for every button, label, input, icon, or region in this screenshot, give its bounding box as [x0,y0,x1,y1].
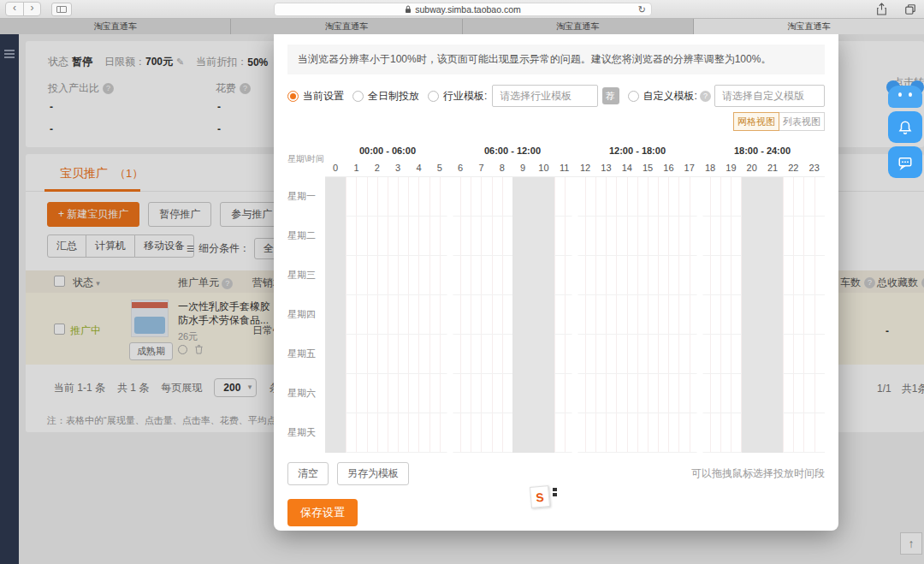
browser-tab[interactable]: 淘宝直通车 [462,19,693,34]
forward-icon[interactable]: › [23,3,40,15]
mascot-icon[interactable] [886,80,924,108]
extension-icon[interactable]: S [530,485,550,508]
hour-label: 16 [658,159,678,176]
grid-view-button[interactable]: 网格视图 [733,112,779,131]
url-text: subway.simba.taobao.com [415,4,521,15]
hour-label: 10 [533,159,554,176]
hour-label: 19 [720,159,741,176]
time-segment-row: 00:00 - 06:0006:00 - 12:0012:00 - 18:001… [325,142,825,159]
save-as-template-button[interactable]: 另存为模板 [337,462,409,485]
hour-label: 4 [408,159,429,176]
browser-chrome: ‹ › subway.simba.taobao.com ↻ [0,0,924,19]
hour-label: 9 [512,159,533,176]
day-label-column: 星期一星期二星期三星期四星期五星期六星期天 [287,176,325,453]
lock-icon [405,5,412,14]
industry-template-select[interactable]: 请选择行业模板 [492,85,597,107]
save-settings-button[interactable]: 保存设置 [287,499,358,526]
selected-time-column[interactable] [742,177,784,453]
share-icon[interactable] [874,2,889,16]
browser-tab[interactable]: 淘宝直通车 [693,19,924,34]
bell-icon [897,120,913,135]
chat-icon [897,155,913,170]
radio-custom-template[interactable] [628,91,639,102]
selected-time-column[interactable] [325,177,346,453]
hour-label: 14 [617,159,637,176]
hour-label: 11 [554,159,575,176]
tabs-overview-icon[interactable] [903,2,917,16]
hour-label: 2 [367,159,388,176]
recommend-badge-icon[interactable]: 荐 [602,87,619,104]
tab-bar: 淘宝直通车淘宝直通车淘宝直通车淘宝直通车 [0,19,924,34]
chat-button[interactable] [888,146,922,178]
custom-template-select[interactable]: 请选择自定义模版 [714,85,825,107]
radio-fulltime-label: 全日制投放 [368,89,419,104]
notification-bell-button[interactable] [888,111,922,143]
hour-label: 1 [346,159,366,176]
time-schedule-grid: 星期\时间 00:00 - 06:0006:00 - 12:0012:00 - … [287,142,825,453]
service-widget [886,80,924,178]
sidebar-toggle-icon[interactable] [51,3,72,16]
day-label: 星期五 [287,334,325,373]
template-options: 当前设置 全日制投放 行业模板: 请选择行业模板 荐 自定义模板: ? 请选择自… [287,85,825,107]
day-label: 星期天 [287,413,325,452]
time-segment-label: 00:00 - 06:00 [325,142,450,159]
industry-template-label: 行业模板: [443,89,487,104]
hour-header-row: 01234567891011121314151617181920212223 [325,159,825,176]
help-icon[interactable]: ? [700,91,711,102]
hour-label: 22 [783,159,803,176]
list-view-button[interactable]: 列表视图 [779,112,825,131]
hour-label: 20 [742,159,762,176]
day-label: 星期二 [287,216,325,255]
segment-gap [697,177,703,453]
hour-label: 13 [595,159,616,176]
time-segment-label: 12:00 - 18:00 [575,142,700,159]
hour-label: 6 [450,159,471,176]
schedule-settings-modal: 当浏览器分辨率小于100%时，该页面可能出现显示异常的问题。建议您将浏览器的分辨… [274,34,838,531]
address-bar[interactable]: subway.simba.taobao.com ↻ [274,3,652,16]
selected-time-column[interactable] [512,177,554,453]
resolution-warning: 当浏览器分辨率小于100%时，该页面可能出现显示异常的问题。建议您将浏览器的分辨… [287,45,825,74]
day-label: 星期四 [287,294,325,334]
drag-hint: 可以拖拽鼠标选择投放时间段 [691,466,825,481]
day-label: 星期三 [287,255,325,294]
hour-label: 8 [492,159,512,176]
hour-label: 3 [388,159,408,176]
grid-corner-label: 星期\时间 [287,142,325,176]
day-label: 星期六 [287,373,325,413]
radio-current-label: 当前设置 [303,89,344,104]
browser-tab[interactable]: 淘宝直通车 [230,19,461,34]
hour-label: 15 [637,159,658,176]
time-segment-label: 18:00 - 24:00 [700,142,825,159]
hour-label: 23 [804,159,825,176]
hour-label: 7 [471,159,491,176]
back-icon[interactable]: ‹ [6,3,23,15]
segment-gap [572,177,578,453]
day-label: 星期一 [287,176,325,216]
segment-gap [447,177,453,453]
reload-icon[interactable]: ↻ [638,4,646,15]
extension-handle-icon[interactable] [553,488,558,498]
hour-label: 17 [679,159,700,176]
nav-buttons: ‹ › [5,2,41,16]
sidebar-pane-glyph [56,6,67,13]
clear-button[interactable]: 清空 [287,462,329,485]
radio-industry-template[interactable] [428,91,439,102]
hour-label: 5 [429,159,450,176]
custom-template-label: 自定义模板: [643,89,697,104]
time-segment-label: 06:00 - 12:00 [450,142,575,159]
schedule-cells[interactable] [325,176,825,453]
hour-label: 18 [700,159,720,176]
view-toggle: 网格视图 列表视图 [287,112,825,131]
radio-fulltime[interactable] [352,91,364,102]
hour-label: 12 [575,159,595,176]
browser-tab[interactable]: 淘宝直通车 [0,19,230,34]
hour-label: 0 [325,159,346,176]
radio-current-settings[interactable] [287,91,299,102]
hour-label: 21 [762,159,783,176]
